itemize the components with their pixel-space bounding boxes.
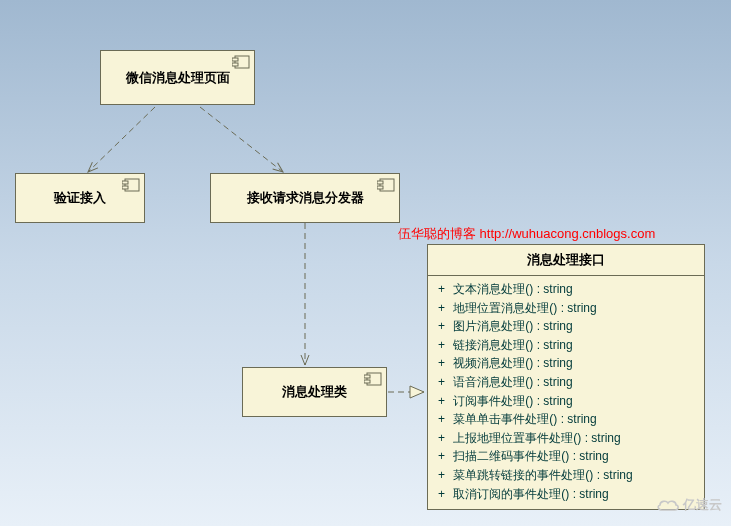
operation-signature: 订阅事件处理() : string bbox=[453, 394, 572, 408]
operation-row: + 语音消息处理() : string bbox=[438, 373, 694, 392]
component-icon bbox=[232, 55, 250, 69]
component-dispatcher: 接收请求消息分发器 bbox=[210, 173, 400, 223]
operation-signature: 菜单单击事件处理() : string bbox=[453, 412, 596, 426]
svg-rect-5 bbox=[122, 186, 128, 189]
operation-signature: 文本消息处理() : string bbox=[453, 282, 572, 296]
operation-signature: 语音消息处理() : string bbox=[453, 375, 572, 389]
operation-signature: 图片消息处理() : string bbox=[453, 319, 572, 333]
operation-visibility: + bbox=[438, 336, 450, 355]
site-logo: 亿速云 bbox=[651, 490, 725, 520]
component-icon bbox=[377, 178, 395, 192]
component-wechat-page: 微信消息处理页面 bbox=[100, 50, 255, 105]
operation-visibility: + bbox=[438, 354, 450, 373]
component-label: 微信消息处理页面 bbox=[126, 69, 230, 87]
svg-rect-11 bbox=[364, 380, 370, 383]
interface-title: 消息处理接口 bbox=[527, 252, 605, 267]
operation-signature: 取消订阅的事件处理() : string bbox=[453, 487, 608, 501]
operation-row: + 菜单单击事件处理() : string bbox=[438, 410, 694, 429]
operation-visibility: + bbox=[438, 392, 450, 411]
component-handler-class: 消息处理类 bbox=[242, 367, 387, 417]
operation-row: + 图片消息处理() : string bbox=[438, 317, 694, 336]
interface-message-handler: 消息处理接口 + 文本消息处理() : string+ 地理位置消息处理() :… bbox=[427, 244, 705, 510]
operation-row: + 菜单跳转链接的事件处理() : string bbox=[438, 466, 694, 485]
component-label: 消息处理类 bbox=[282, 383, 347, 401]
operation-row: + 文本消息处理() : string bbox=[438, 280, 694, 299]
svg-rect-8 bbox=[377, 186, 383, 189]
operation-row: + 扫描二维码事件处理() : string bbox=[438, 447, 694, 466]
operation-visibility: + bbox=[438, 280, 450, 299]
operation-visibility: + bbox=[438, 466, 450, 485]
operation-visibility: + bbox=[438, 299, 450, 318]
diagram-canvas: { "watermark": "伍华聪的博客 http://wuhuacong.… bbox=[0, 0, 731, 526]
operation-signature: 视频消息处理() : string bbox=[453, 356, 572, 370]
svg-rect-1 bbox=[232, 58, 238, 61]
component-label: 接收请求消息分发器 bbox=[247, 189, 364, 207]
operation-signature: 菜单跳转链接的事件处理() : string bbox=[453, 468, 632, 482]
operation-signature: 扫描二维码事件处理() : string bbox=[453, 449, 608, 463]
svg-rect-4 bbox=[122, 181, 128, 184]
operation-visibility: + bbox=[438, 373, 450, 392]
operation-row: + 上报地理位置事件处理() : string bbox=[438, 429, 694, 448]
component-icon bbox=[122, 178, 140, 192]
svg-rect-10 bbox=[364, 375, 370, 378]
operation-row: + 视频消息处理() : string bbox=[438, 354, 694, 373]
operation-visibility: + bbox=[438, 410, 450, 429]
operation-row: + 链接消息处理() : string bbox=[438, 336, 694, 355]
operation-signature: 上报地理位置事件处理() : string bbox=[453, 431, 620, 445]
edge-page-to-dispatcher bbox=[200, 107, 283, 172]
operation-visibility: + bbox=[438, 429, 450, 448]
svg-rect-2 bbox=[232, 63, 238, 66]
component-icon bbox=[364, 372, 382, 386]
cloud-icon bbox=[655, 496, 681, 514]
operation-signature: 地理位置消息处理() : string bbox=[453, 301, 596, 315]
logo-text: 亿速云 bbox=[683, 496, 722, 514]
watermark-text: 伍华聪的博客 http://wuhuacong.cnblogs.com bbox=[398, 225, 655, 243]
interface-title-bar: 消息处理接口 bbox=[428, 245, 704, 276]
edge-page-to-verify bbox=[88, 107, 155, 172]
svg-rect-7 bbox=[377, 181, 383, 184]
interface-operations: + 文本消息处理() : string+ 地理位置消息处理() : string… bbox=[428, 276, 704, 509]
operation-row: + 地理位置消息处理() : string bbox=[438, 299, 694, 318]
operation-signature: 链接消息处理() : string bbox=[453, 338, 572, 352]
operation-visibility: + bbox=[438, 485, 450, 504]
component-verify: 验证接入 bbox=[15, 173, 145, 223]
component-label: 验证接入 bbox=[54, 189, 106, 207]
operation-visibility: + bbox=[438, 447, 450, 466]
operation-row: + 订阅事件处理() : string bbox=[438, 392, 694, 411]
operation-visibility: + bbox=[438, 317, 450, 336]
